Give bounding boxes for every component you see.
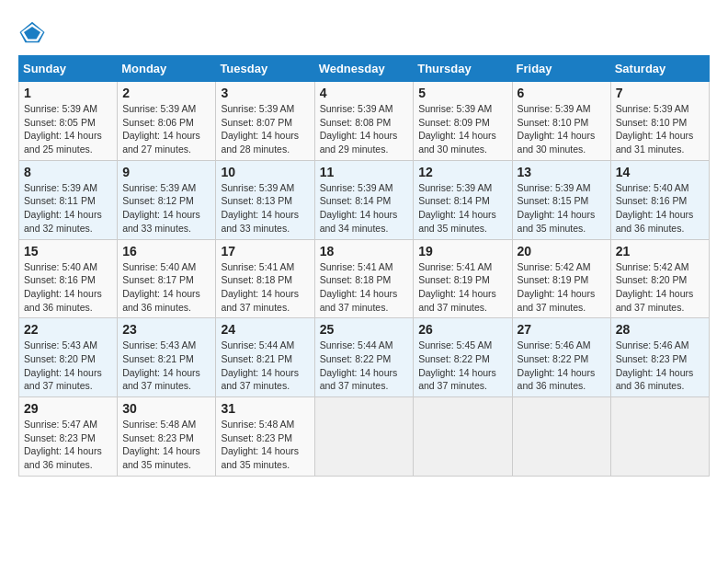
logo-icon <box>18 18 46 46</box>
day-number: 8 <box>24 165 112 179</box>
calendar-cell: 5Sunrise: 5:39 AM Sunset: 8:09 PM Daylig… <box>414 82 512 161</box>
calendar-cell <box>512 397 610 477</box>
day-info: Sunrise: 5:41 AM Sunset: 8:18 PM Dayligh… <box>320 260 409 315</box>
calendar-cell <box>414 397 512 477</box>
day-info: Sunrise: 5:39 AM Sunset: 8:07 PM Dayligh… <box>221 102 309 156</box>
day-info: Sunrise: 5:45 AM Sunset: 8:22 PM Dayligh… <box>418 339 506 393</box>
day-number: 20 <box>518 244 606 259</box>
day-number: 24 <box>221 322 309 337</box>
day-number: 26 <box>418 322 506 337</box>
day-info: Sunrise: 5:48 AM Sunset: 8:23 PM Dayligh… <box>221 418 309 472</box>
calendar-cell: 24Sunrise: 5:44 AM Sunset: 8:21 PM Dayli… <box>216 318 314 397</box>
calendar-cell: 10Sunrise: 5:39 AM Sunset: 8:13 PM Dayli… <box>216 160 314 239</box>
day-number: 6 <box>518 86 606 100</box>
day-number: 16 <box>122 244 210 259</box>
day-header-saturday: Saturday <box>610 56 709 82</box>
day-info: Sunrise: 5:42 AM Sunset: 8:20 PM Dayligh… <box>616 260 704 315</box>
calendar-week-row: 15Sunrise: 5:40 AM Sunset: 8:16 PM Dayli… <box>19 239 710 318</box>
page-header <box>18 18 710 46</box>
day-header-tuesday: Tuesday <box>216 56 314 82</box>
calendar-week-row: 1Sunrise: 5:39 AM Sunset: 8:05 PM Daylig… <box>19 82 710 161</box>
day-number: 13 <box>518 165 606 179</box>
day-number: 22 <box>24 322 112 337</box>
day-number: 18 <box>320 244 409 259</box>
calendar-cell: 31Sunrise: 5:48 AM Sunset: 8:23 PM Dayli… <box>216 397 314 477</box>
day-number: 9 <box>122 165 210 179</box>
calendar-cell: 12Sunrise: 5:39 AM Sunset: 8:14 PM Dayli… <box>414 160 512 239</box>
day-header-monday: Monday <box>118 56 216 82</box>
calendar-cell: 6Sunrise: 5:39 AM Sunset: 8:10 PM Daylig… <box>512 82 610 161</box>
calendar-week-row: 22Sunrise: 5:43 AM Sunset: 8:20 PM Dayli… <box>19 318 710 397</box>
day-info: Sunrise: 5:40 AM Sunset: 8:16 PM Dayligh… <box>616 181 704 236</box>
day-number: 11 <box>320 165 409 179</box>
day-info: Sunrise: 5:46 AM Sunset: 8:22 PM Dayligh… <box>518 339 606 393</box>
day-header-wednesday: Wednesday <box>314 56 414 82</box>
day-number: 1 <box>24 86 112 100</box>
day-info: Sunrise: 5:40 AM Sunset: 8:17 PM Dayligh… <box>122 260 210 315</box>
day-info: Sunrise: 5:39 AM Sunset: 8:08 PM Dayligh… <box>320 102 409 156</box>
day-number: 29 <box>24 401 112 416</box>
logo <box>18 18 50 46</box>
calendar-table: SundayMondayTuesdayWednesdayThursdayFrid… <box>18 55 710 477</box>
day-number: 23 <box>122 322 210 337</box>
day-info: Sunrise: 5:39 AM Sunset: 8:13 PM Dayligh… <box>221 181 309 236</box>
day-info: Sunrise: 5:41 AM Sunset: 8:18 PM Dayligh… <box>221 260 309 315</box>
day-info: Sunrise: 5:39 AM Sunset: 8:11 PM Dayligh… <box>24 181 112 236</box>
calendar-header-row: SundayMondayTuesdayWednesdayThursdayFrid… <box>19 56 710 82</box>
calendar-cell: 20Sunrise: 5:42 AM Sunset: 8:19 PM Dayli… <box>512 239 610 318</box>
day-info: Sunrise: 5:39 AM Sunset: 8:05 PM Dayligh… <box>24 102 112 156</box>
day-info: Sunrise: 5:40 AM Sunset: 8:16 PM Dayligh… <box>24 260 112 315</box>
calendar-body: 1Sunrise: 5:39 AM Sunset: 8:05 PM Daylig… <box>19 82 710 477</box>
calendar-cell: 13Sunrise: 5:39 AM Sunset: 8:15 PM Dayli… <box>512 160 610 239</box>
calendar-cell: 26Sunrise: 5:45 AM Sunset: 8:22 PM Dayli… <box>414 318 512 397</box>
day-info: Sunrise: 5:44 AM Sunset: 8:21 PM Dayligh… <box>221 339 309 393</box>
day-header-thursday: Thursday <box>414 56 512 82</box>
calendar-cell: 11Sunrise: 5:39 AM Sunset: 8:14 PM Dayli… <box>314 160 414 239</box>
day-info: Sunrise: 5:43 AM Sunset: 8:20 PM Dayligh… <box>24 339 112 393</box>
calendar-cell: 2Sunrise: 5:39 AM Sunset: 8:06 PM Daylig… <box>118 82 216 161</box>
calendar-cell: 29Sunrise: 5:47 AM Sunset: 8:23 PM Dayli… <box>19 397 118 477</box>
day-number: 4 <box>320 86 409 100</box>
day-number: 19 <box>418 244 506 259</box>
calendar-cell: 30Sunrise: 5:48 AM Sunset: 8:23 PM Dayli… <box>118 397 216 477</box>
day-number: 27 <box>518 322 606 337</box>
day-number: 31 <box>221 401 309 416</box>
day-info: Sunrise: 5:39 AM Sunset: 8:15 PM Dayligh… <box>518 181 606 236</box>
day-info: Sunrise: 5:39 AM Sunset: 8:14 PM Dayligh… <box>418 181 506 236</box>
calendar-cell: 19Sunrise: 5:41 AM Sunset: 8:19 PM Dayli… <box>414 239 512 318</box>
calendar-cell <box>314 397 414 477</box>
day-number: 14 <box>616 165 704 179</box>
calendar-cell: 21Sunrise: 5:42 AM Sunset: 8:20 PM Dayli… <box>610 239 709 318</box>
day-number: 2 <box>122 86 210 100</box>
calendar-cell: 17Sunrise: 5:41 AM Sunset: 8:18 PM Dayli… <box>216 239 314 318</box>
calendar-cell: 3Sunrise: 5:39 AM Sunset: 8:07 PM Daylig… <box>216 82 314 161</box>
day-info: Sunrise: 5:39 AM Sunset: 8:06 PM Dayligh… <box>122 102 210 156</box>
calendar-cell: 14Sunrise: 5:40 AM Sunset: 8:16 PM Dayli… <box>610 160 709 239</box>
day-info: Sunrise: 5:44 AM Sunset: 8:22 PM Dayligh… <box>320 339 409 393</box>
day-info: Sunrise: 5:47 AM Sunset: 8:23 PM Dayligh… <box>24 418 112 472</box>
day-number: 17 <box>221 244 309 259</box>
calendar-cell: 8Sunrise: 5:39 AM Sunset: 8:11 PM Daylig… <box>19 160 118 239</box>
day-number: 12 <box>418 165 506 179</box>
day-info: Sunrise: 5:39 AM Sunset: 8:10 PM Dayligh… <box>518 102 606 156</box>
day-header-sunday: Sunday <box>19 56 118 82</box>
calendar-cell: 27Sunrise: 5:46 AM Sunset: 8:22 PM Dayli… <box>512 318 610 397</box>
calendar-cell: 9Sunrise: 5:39 AM Sunset: 8:12 PM Daylig… <box>118 160 216 239</box>
day-info: Sunrise: 5:43 AM Sunset: 8:21 PM Dayligh… <box>122 339 210 393</box>
day-number: 30 <box>122 401 210 416</box>
calendar-cell: 4Sunrise: 5:39 AM Sunset: 8:08 PM Daylig… <box>314 82 414 161</box>
day-info: Sunrise: 5:39 AM Sunset: 8:10 PM Dayligh… <box>616 102 704 156</box>
calendar-cell: 22Sunrise: 5:43 AM Sunset: 8:20 PM Dayli… <box>19 318 118 397</box>
day-number: 5 <box>418 86 506 100</box>
calendar-cell: 7Sunrise: 5:39 AM Sunset: 8:10 PM Daylig… <box>610 82 709 161</box>
calendar-week-row: 8Sunrise: 5:39 AM Sunset: 8:11 PM Daylig… <box>19 160 710 239</box>
day-number: 21 <box>616 244 704 259</box>
calendar-cell: 15Sunrise: 5:40 AM Sunset: 8:16 PM Dayli… <box>19 239 118 318</box>
calendar-cell: 23Sunrise: 5:43 AM Sunset: 8:21 PM Dayli… <box>118 318 216 397</box>
calendar-cell: 18Sunrise: 5:41 AM Sunset: 8:18 PM Dayli… <box>314 239 414 318</box>
day-info: Sunrise: 5:39 AM Sunset: 8:12 PM Dayligh… <box>122 181 210 236</box>
day-info: Sunrise: 5:41 AM Sunset: 8:19 PM Dayligh… <box>418 260 506 315</box>
day-info: Sunrise: 5:39 AM Sunset: 8:14 PM Dayligh… <box>320 181 409 236</box>
calendar-cell: 25Sunrise: 5:44 AM Sunset: 8:22 PM Dayli… <box>314 318 414 397</box>
day-info: Sunrise: 5:46 AM Sunset: 8:23 PM Dayligh… <box>616 339 704 393</box>
